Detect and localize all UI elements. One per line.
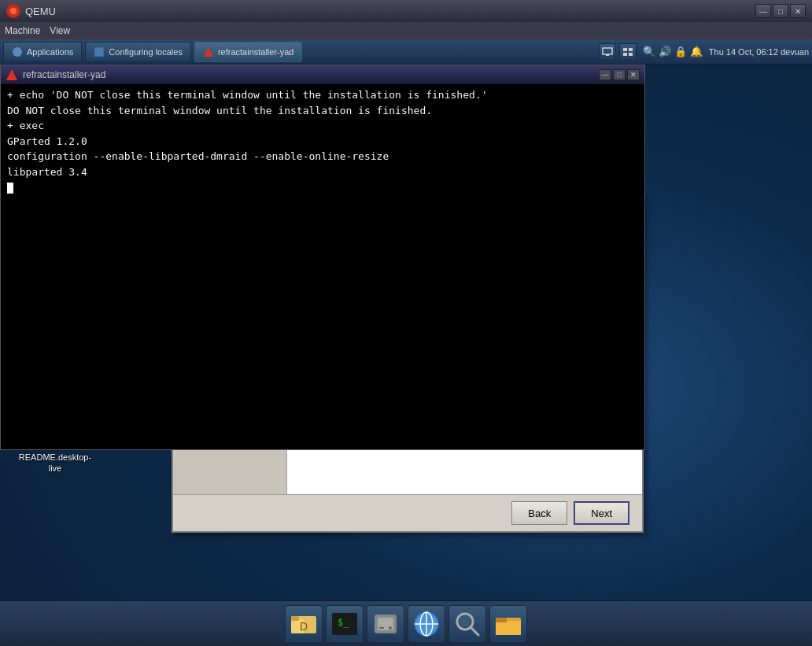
svg-rect-2: [94, 47, 104, 57]
dock-browser-button[interactable]: [408, 605, 445, 643]
dock-storage-button[interactable]: [367, 605, 404, 643]
svg-line-25: [471, 627, 478, 635]
dock-search-button[interactable]: [448, 605, 486, 643]
view-icon: [622, 46, 633, 57]
qemu-menubar: Machine View: [0, 22, 812, 39]
terminal-title-text: refractainstaller-yad: [23, 69, 105, 80]
qemu-title: QEMU: [25, 6, 56, 17]
back-button[interactable]: Back: [511, 501, 567, 525]
svg-rect-9: [629, 53, 633, 56]
terminal-window: refractainstaller-yad — □ ✕ + echo 'DO N…: [0, 65, 645, 450]
desktop: QEMU — □ ✕ Machine View Applications Con…: [0, 0, 812, 646]
dock: D $_: [0, 600, 812, 646]
svg-rect-4: [603, 48, 612, 54]
desktop-area: refractainstaller-yad — □ ✕ + echo 'DO N…: [0, 65, 812, 600]
locales-window-icon: [94, 46, 105, 57]
applications-icon: [12, 46, 23, 57]
next-button[interactable]: Next: [574, 501, 629, 525]
menu-view[interactable]: View: [50, 25, 70, 36]
terminal-line-1: + echo 'DO NOT close this terminal windo…: [7, 87, 638, 103]
dock-folder-icon: [494, 610, 522, 638]
terminal-line-5: configuration --enable-libparted-dmraid …: [7, 149, 638, 164]
terminal-titlebar: refractainstaller-yad — □ ✕: [1, 65, 644, 84]
dock-folder-button[interactable]: [489, 605, 527, 643]
terminal-line-6: libparted 3.4: [7, 164, 638, 180]
terminal-cursor: [7, 183, 13, 194]
taskbar-bell-icon[interactable]: 🔔: [690, 46, 703, 57]
taskbar: Applications Configuring locales refract…: [0, 39, 812, 65]
terminal-maximize-button[interactable]: □: [613, 69, 626, 80]
qemu-minimize-button[interactable]: —: [755, 4, 771, 18]
terminal-line-3: + exec: [7, 118, 638, 134]
svg-rect-5: [606, 54, 609, 56]
taskbar-status-icons: 🔍 🔊 🔒 🔔: [643, 46, 703, 57]
svg-point-1: [13, 47, 22, 57]
installer-window-icon: [203, 46, 214, 57]
terminal-line-7: [7, 179, 638, 195]
menu-machine[interactable]: Machine: [5, 25, 40, 36]
svg-text:D: D: [300, 620, 308, 633]
taskbar-app-locales[interactable]: Configuring locales: [85, 42, 191, 62]
taskbar-volume-icon[interactable]: 🔊: [659, 46, 671, 57]
terminal-title-left: refractainstaller-yad: [6, 68, 105, 81]
svg-rect-8: [623, 53, 627, 56]
svg-rect-20: [379, 627, 384, 629]
taskbar-view-icon[interactable]: [619, 43, 637, 61]
qemu-maximize-button[interactable]: □: [773, 4, 788, 18]
taskbar-app-applications[interactable]: Applications: [3, 42, 82, 62]
svg-point-21: [389, 626, 392, 629]
svg-marker-3: [204, 47, 213, 57]
dock-storage-icon: [371, 610, 400, 638]
terminal-line-2: DO NOT close this terminal window until …: [7, 103, 638, 119]
terminal-app-icon: [6, 68, 18, 81]
svg-rect-7: [629, 48, 633, 51]
taskbar-search-icon[interactable]: 🔍: [643, 46, 655, 57]
svg-rect-14: [291, 616, 299, 621]
display-icon: [602, 46, 613, 57]
dock-browser-icon: [412, 610, 441, 638]
terminal-window-controls: — □ ✕: [599, 69, 640, 80]
taskbar-datetime: Thu 14 Oct, 06:12 devuan: [709, 47, 809, 57]
taskbar-system-icons: [599, 43, 637, 61]
terminal-minimize-button[interactable]: —: [599, 69, 611, 80]
svg-point-0: [10, 8, 17, 14]
terminal-body: + echo 'DO NOT close this terminal windo…: [1, 84, 644, 449]
dock-terminal-icon: $_: [330, 610, 359, 638]
dialog-footer: Back Next: [173, 494, 642, 531]
svg-point-26: [460, 616, 471, 627]
qemu-window-controls: — □ ✕: [755, 4, 806, 18]
terminal-close-button[interactable]: ✕: [627, 69, 640, 80]
svg-rect-6: [623, 48, 627, 51]
terminal-line-4: GParted 1.2.0: [7, 134, 638, 150]
taskbar-lock-icon[interactable]: 🔒: [674, 46, 687, 57]
svg-text:$_: $_: [338, 617, 349, 628]
readme-label: README.desktop-live: [19, 452, 91, 474]
dock-terminal-button[interactable]: $_: [326, 605, 364, 643]
taskbar-display-icon[interactable]: [599, 43, 616, 61]
dock-search-icon: [453, 610, 482, 638]
qemu-title-left: QEMU: [6, 4, 56, 18]
taskbar-right: 🔍 🔊 🔒 🔔 Thu 14 Oct, 06:12 devuan: [599, 43, 809, 61]
qemu-titlebar: QEMU — □ ✕: [0, 0, 812, 22]
taskbar-app-installer[interactable]: refractainstaller-yad: [194, 42, 303, 62]
svg-rect-29: [496, 618, 507, 622]
dock-files-icon: D: [290, 610, 318, 638]
qemu-logo-icon: [6, 4, 20, 18]
svg-rect-28: [496, 621, 521, 635]
dock-files-button[interactable]: D: [285, 605, 323, 643]
svg-marker-10: [6, 69, 17, 80]
qemu-close-button[interactable]: ✕: [790, 4, 806, 18]
